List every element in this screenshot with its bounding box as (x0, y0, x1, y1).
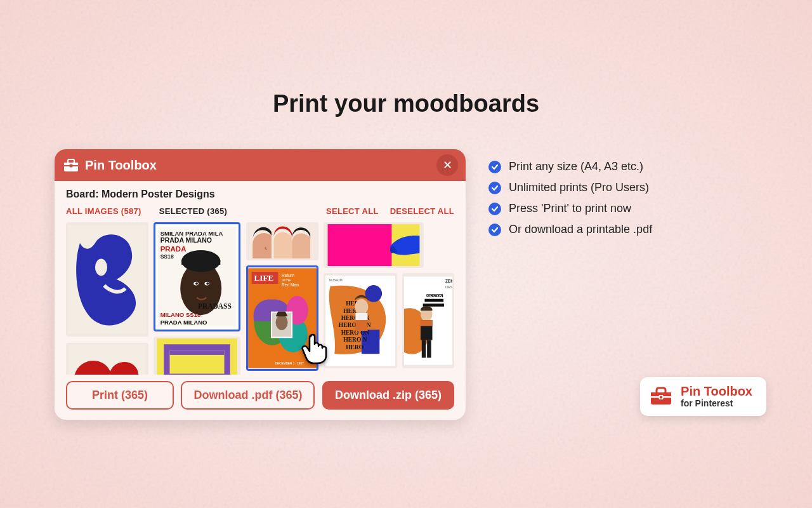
svg-text:MUSEUM: MUSEUM (329, 279, 343, 282)
toolbox-card: Pin Toolbox ✕ Board: Modern Poster Desig… (55, 149, 466, 420)
deselect-all-button[interactable]: DESELECT ALL (390, 206, 454, 216)
toolbox-icon (650, 386, 672, 408)
svg-rect-72 (657, 388, 665, 394)
gallery-thumb[interactable]: LIFE Return of the Red Man DECEMBER 1 · … (246, 265, 318, 371)
svg-text:PRADASS: PRADASS (198, 302, 232, 310)
filter-row: ALL IMAGES (587) SELECTED (365) SELECT A… (55, 204, 466, 222)
brand-title: Pin Toolbox (681, 385, 752, 398)
svg-text:DESIGN: DESIGN (445, 285, 452, 289)
card-header: Pin Toolbox ✕ (55, 149, 466, 181)
board-title: Board: Modern Poster Designs (55, 181, 466, 204)
svg-rect-27 (169, 351, 224, 355)
svg-point-54 (355, 299, 368, 315)
feature-item: Or download a printable .pdf (488, 223, 652, 236)
feature-text: Unlimited prints (Pro Users) (509, 181, 649, 194)
gallery-thumb[interactable]: SMILAN PRADA MILA PRADA MILANO PRADA SS1… (154, 222, 240, 331)
svg-text:PRADA MILANO: PRADA MILANO (160, 236, 212, 244)
svg-rect-75 (660, 396, 662, 398)
gallery-thumb[interactable] (66, 343, 148, 375)
tab-selected[interactable]: SELECTED (365) (159, 206, 228, 216)
svg-point-22 (206, 283, 209, 285)
svg-rect-18 (181, 260, 220, 265)
brand-text: Pin Toolbox for Pinterest (681, 385, 752, 408)
print-button[interactable]: Print (365) (66, 381, 174, 410)
gallery-thumb[interactable]: ZEKA DESIGN PRESTON (402, 273, 454, 368)
svg-point-21 (195, 283, 198, 285)
close-button[interactable]: ✕ (436, 154, 458, 176)
page-title: Print your moodboards (0, 90, 812, 117)
svg-text:Return: Return (282, 273, 294, 277)
svg-text:PRADA: PRADA (160, 245, 187, 253)
svg-text:HERO N: HERO N (343, 337, 367, 343)
svg-text:PRESTON: PRESTON (425, 294, 442, 298)
svg-text:LIFE: LIFE (254, 273, 273, 283)
feature-item: Unlimited prints (Pro Users) (488, 181, 652, 194)
svg-text:HERO: HERO (346, 344, 363, 351)
gallery-thumb[interactable] (246, 222, 318, 260)
action-buttons: Print (365) Download .pdf (365) Download… (55, 375, 466, 420)
svg-point-6 (95, 259, 107, 276)
svg-text:DECEMBER 1 · 1967: DECEMBER 1 · 1967 (275, 362, 304, 365)
brand-badge: Pin Toolbox for Pinterest (640, 377, 766, 416)
download-zip-button[interactable]: Download .zip (365) (322, 381, 454, 410)
feature-item: Press 'Print' to print now (488, 202, 652, 215)
app-title: Pin Toolbox (85, 158, 157, 173)
gallery-thumb[interactable] (324, 222, 424, 268)
svg-text:of the: of the (282, 278, 291, 282)
image-gallery: SMILAN PRADA MILA PRADA MILANO PRADA SS1… (55, 222, 466, 375)
svg-rect-63 (423, 304, 444, 307)
feature-text: Print any size (A4, A3 etc.) (509, 160, 643, 173)
svg-rect-4 (70, 164, 73, 168)
feature-list: Print any size (A4, A3 etc.) Unlimited p… (488, 160, 652, 244)
gallery-thumb[interactable] (66, 222, 148, 337)
select-all-button[interactable]: SELECT ALL (326, 206, 379, 216)
svg-rect-69 (427, 340, 431, 358)
svg-rect-68 (422, 340, 426, 358)
svg-rect-67 (421, 320, 433, 326)
svg-text:ZEKA: ZEKA (445, 279, 452, 283)
download-pdf-button[interactable]: Download .pdf (365) (181, 381, 315, 410)
check-icon (488, 161, 501, 173)
feature-text: Or download a printable .pdf (509, 223, 652, 236)
brand-subtitle: for Pinterest (681, 398, 752, 408)
feature-item: Print any size (A4, A3 etc.) (488, 160, 652, 173)
svg-rect-56 (355, 313, 367, 320)
check-icon (488, 182, 501, 194)
svg-text:Red Man: Red Man (282, 283, 299, 287)
svg-rect-43 (328, 224, 392, 266)
gallery-thumb[interactable]: HERO HERO N HERO ON HERO ZON HERO ON HER… (324, 273, 397, 368)
gallery-thumb[interactable] (154, 337, 240, 375)
check-icon (488, 224, 501, 236)
tab-all-images[interactable]: ALL IMAGES (587) (66, 206, 141, 216)
check-icon (488, 203, 501, 215)
svg-text:SMILAN PRADA MILA: SMILAN PRADA MILA (160, 230, 223, 237)
svg-rect-62 (424, 299, 443, 302)
feature-text: Press 'Print' to print now (509, 202, 631, 215)
svg-text:SS18: SS18 (160, 253, 174, 260)
svg-text:PRADA MILANO: PRADA MILANO (160, 319, 207, 326)
toolbox-icon (63, 158, 79, 172)
close-icon: ✕ (443, 158, 452, 172)
svg-point-40 (276, 314, 288, 330)
svg-rect-2 (68, 159, 74, 163)
